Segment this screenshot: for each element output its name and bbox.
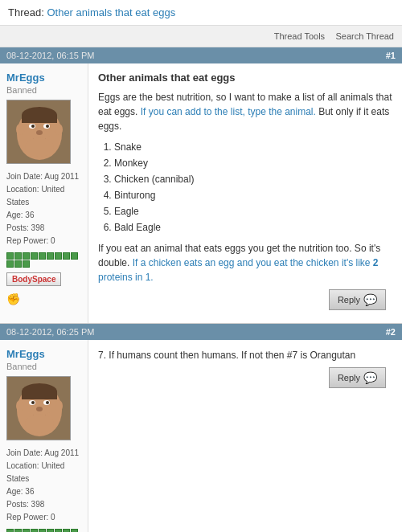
rep-block bbox=[14, 252, 22, 260]
post-1-title: Other animals that eat eggs bbox=[98, 72, 392, 84]
post-1-rep-bar bbox=[6, 252, 81, 268]
thread-title: Thread: Other animals that eat eggs bbox=[8, 6, 175, 18]
post-2-body: MrEggs Banned bbox=[0, 340, 402, 532]
svg-point-10 bbox=[46, 125, 49, 128]
thread-tools-link[interactable]: Thread Tools bbox=[274, 31, 325, 41]
svg-point-19 bbox=[55, 400, 63, 411]
rep-block bbox=[47, 529, 54, 532]
post-2-avatar bbox=[6, 376, 71, 440]
rep-block bbox=[63, 252, 70, 260]
rep-block bbox=[23, 529, 30, 532]
svg-point-12 bbox=[25, 137, 54, 157]
svg-point-6 bbox=[55, 124, 63, 135]
svg-rect-17 bbox=[22, 391, 57, 399]
post-2-date: 08-12-2012, 06:25 PM bbox=[6, 327, 94, 337]
rep-block bbox=[31, 252, 38, 260]
rep-block bbox=[47, 252, 54, 260]
reply-quote-icon-2: 💬 bbox=[363, 371, 377, 384]
svg-rect-4 bbox=[22, 115, 57, 123]
post-1-reply-button[interactable]: Reply 💬 bbox=[329, 289, 386, 310]
post-1: 08-12-2012, 06:15 PM #1 MrEggs Banned bbox=[0, 47, 402, 324]
post-2-status: Banned bbox=[6, 362, 81, 371]
rep-block bbox=[63, 529, 70, 532]
rep-block bbox=[23, 252, 30, 260]
avatar-image-2 bbox=[7, 377, 71, 440]
rep-block bbox=[6, 252, 14, 260]
post-1-bodyspace-btn[interactable]: BodySpace bbox=[6, 272, 61, 286]
rep-block bbox=[71, 252, 78, 260]
svg-point-24 bbox=[36, 407, 43, 411]
rep-block bbox=[14, 260, 22, 268]
rep-block bbox=[6, 260, 14, 268]
rep-block bbox=[14, 529, 22, 532]
svg-point-11 bbox=[36, 130, 43, 135]
reply-quote-icon: 💬 bbox=[363, 293, 377, 306]
post-1-details: Join Date: Aug 2011 Location: United Sta… bbox=[6, 170, 81, 248]
svg-point-5 bbox=[16, 124, 24, 135]
post-2-details: Join Date: Aug 2011 Location: United Sta… bbox=[6, 447, 81, 524]
rep-block bbox=[39, 252, 46, 260]
post-1-text: Eggs are the best nutrition, so I want t… bbox=[98, 90, 392, 284]
avatar-image bbox=[7, 100, 71, 164]
post-2-num: #2 bbox=[386, 327, 396, 337]
post-2-text: 7. If humans count then humans. If not t… bbox=[98, 348, 392, 362]
post-1-body: MrEggs Banned bbox=[0, 63, 402, 323]
svg-point-9 bbox=[31, 125, 35, 128]
post-2-reply-button[interactable]: Reply 💬 bbox=[329, 367, 386, 388]
post-1-content: Other animals that eat eggs Eggs are the… bbox=[88, 63, 402, 323]
post-1-date: 08-12-2012, 06:15 PM bbox=[6, 51, 94, 60]
rep-block bbox=[39, 529, 46, 532]
post-1-reply-area: Reply 💬 bbox=[98, 284, 392, 315]
rep-block bbox=[55, 529, 62, 532]
rep-block bbox=[23, 260, 30, 268]
toolbar: Thread Tools Search Thread bbox=[0, 26, 402, 47]
svg-point-18 bbox=[16, 400, 24, 411]
post-1-num: #1 bbox=[386, 51, 396, 60]
rep-block bbox=[31, 529, 38, 532]
post-2: 08-12-2012, 06:25 PM #2 MrEggs Banned bbox=[0, 324, 402, 532]
post-2-username: MrEggs bbox=[6, 348, 81, 360]
thread-title-link[interactable]: Other animals that eat eggs bbox=[47, 6, 175, 18]
rep-block bbox=[6, 529, 14, 532]
rep-block bbox=[55, 252, 62, 260]
thread-header: Thread: Other animals that eat eggs bbox=[0, 0, 402, 26]
post-2-user-info: MrEggs Banned bbox=[0, 340, 88, 532]
post-1-username: MrEggs bbox=[6, 72, 81, 84]
post-1-user-info: MrEggs Banned bbox=[0, 63, 88, 323]
rep-block bbox=[71, 529, 78, 532]
post-1-send-message-icon[interactable]: ✊ bbox=[6, 293, 81, 305]
post-2-content: 7. If humans count then humans. If not t… bbox=[88, 340, 402, 532]
svg-point-23 bbox=[46, 401, 49, 404]
post-2-reply-area: Reply 💬 bbox=[98, 362, 392, 393]
post-1-avatar bbox=[6, 100, 71, 164]
post-2-rep-bar bbox=[6, 529, 81, 532]
search-thread-link[interactable]: Search Thread bbox=[335, 31, 394, 41]
svg-point-25 bbox=[25, 414, 54, 433]
post-1-status: Banned bbox=[6, 85, 81, 95]
post-2-header: 08-12-2012, 06:25 PM #2 bbox=[0, 324, 402, 340]
post-1-header: 08-12-2012, 06:15 PM #1 bbox=[0, 47, 402, 63]
svg-point-22 bbox=[31, 401, 35, 404]
